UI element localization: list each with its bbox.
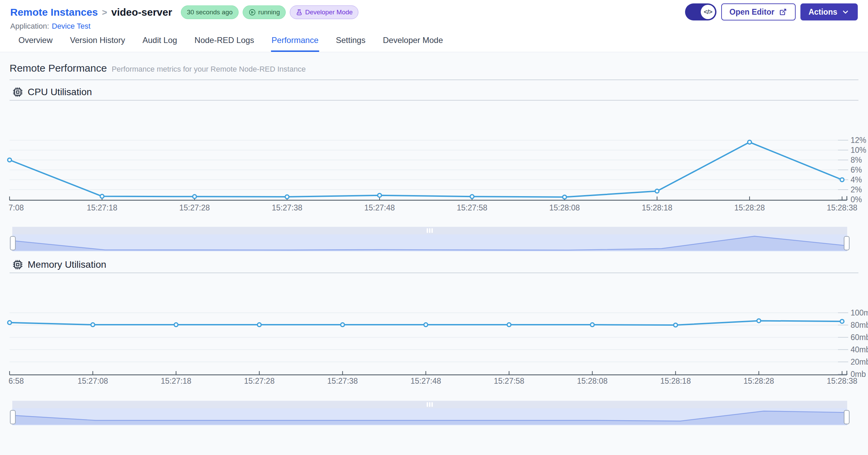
chevron-down-icon <box>841 8 850 16</box>
y-axis-tick-label: 60mb <box>851 333 868 342</box>
brush-grip-icon[interactable] <box>429 402 430 407</box>
data-point-marker <box>470 195 474 199</box>
y-axis-tick-label: 40mb <box>851 345 868 354</box>
data-point-marker <box>285 195 289 199</box>
y-axis-tick-label: 2% <box>851 185 862 194</box>
x-axis-tick-label: 15:27:38 <box>327 377 358 385</box>
y-axis-tick-label: 6% <box>851 165 862 174</box>
x-axis-tick-label: 15:27:58 <box>457 203 487 212</box>
y-axis-tick-label: 8% <box>851 156 862 164</box>
divider <box>10 79 858 80</box>
data-point-marker <box>8 158 12 162</box>
x-axis-tick-label: 6:58 <box>9 377 24 385</box>
data-point-marker <box>257 323 261 327</box>
x-axis-tick-label: 15:27:08 <box>77 377 108 385</box>
memory-chart-brush[interactable] <box>0 401 868 426</box>
page: Remote Instances > video-server 30 secon… <box>0 0 868 455</box>
last-seen-badge-label: 30 seconds ago <box>187 9 232 16</box>
data-point-marker <box>590 323 594 327</box>
brush-grip-icon[interactable] <box>431 228 433 233</box>
brush-grip-icon[interactable] <box>429 228 430 233</box>
line-chart-svg: 0mb20mb40mb60mb80mb100mb6:5815:27:0815:2… <box>0 273 868 389</box>
cpu-section: CPU Utilisation 0%2%4%6%8%10%12%7:0815:2… <box>0 86 868 252</box>
tab-settings[interactable]: Settings <box>335 35 366 52</box>
open-editor-button[interactable]: Open Editor <box>721 3 796 20</box>
y-axis-tick-label: 100mb <box>851 308 868 317</box>
x-axis-tick-label: 15:28:28 <box>734 203 765 212</box>
actions-button[interactable]: Actions <box>800 3 858 20</box>
brush-grip-icon[interactable] <box>431 402 433 407</box>
brush-handle-left[interactable] <box>10 410 15 424</box>
x-axis-tick-label: 15:28:28 <box>743 377 774 385</box>
x-axis-tick-label: 7:08 <box>9 203 24 212</box>
x-axis-tick-label: 15:27:18 <box>87 203 117 212</box>
x-axis-tick-label: 15:27:58 <box>494 377 525 385</box>
x-axis-tick-label: 15:27:48 <box>411 377 441 385</box>
memory-section: Memory Utilisation 0mb20mb40mb60mb80mb10… <box>0 258 868 426</box>
last-seen-badge: 30 seconds ago <box>181 5 238 19</box>
application-label: Application: <box>10 22 49 30</box>
x-axis-tick-label: 15:28:38 <box>827 203 857 212</box>
tab-version-history[interactable]: Version History <box>69 35 126 52</box>
breadcrumb-link-remote-instances[interactable]: Remote Instances <box>10 6 98 18</box>
page-subtitle: Performance metrics for your Remote Node… <box>112 65 306 74</box>
memory-section-title: Memory Utilisation <box>28 259 106 270</box>
x-axis-tick-label: 15:27:28 <box>179 203 210 212</box>
breadcrumb-current: video-server <box>111 6 172 18</box>
x-axis-tick-label: 15:27:18 <box>161 377 191 385</box>
y-axis-tick-label: 10% <box>851 146 866 155</box>
x-axis-tick-label: 15:27:48 <box>364 203 395 212</box>
y-axis-tick-label: 0% <box>851 195 862 204</box>
flask-icon <box>296 9 303 16</box>
header: Remote Instances > video-server 30 secon… <box>0 0 868 33</box>
tab-audit-log[interactable]: Audit Log <box>142 35 177 52</box>
breadcrumb-separator-icon: > <box>102 7 107 18</box>
brush-handle-right[interactable] <box>844 410 849 424</box>
data-point-marker <box>563 195 567 199</box>
data-point-marker <box>748 140 752 144</box>
data-point-marker <box>341 323 344 327</box>
x-axis-tick-label: 15:27:28 <box>244 377 275 385</box>
tab-node-red-logs[interactable]: Node-RED Logs <box>194 35 255 52</box>
brush-grip-icon[interactable] <box>427 228 428 233</box>
data-point-marker <box>424 323 428 327</box>
y-axis-tick-label: 12% <box>851 136 866 145</box>
brush-svg <box>0 401 868 426</box>
play-circle-icon <box>248 9 256 16</box>
data-point-marker <box>174 323 178 327</box>
x-axis-tick-label: 15:27:38 <box>272 203 302 212</box>
developer-mode-toggle[interactable]: </> <box>685 3 716 20</box>
tab-bar: Overview Version History Audit Log Node-… <box>0 33 868 52</box>
y-axis-tick-label: 80mb <box>851 321 868 329</box>
header-actions: </> Open Editor Actions <box>685 3 858 20</box>
memory-chart: 0mb20mb40mb60mb80mb100mb6:5815:27:0815:2… <box>0 273 868 389</box>
application-link[interactable]: Device Test <box>52 22 90 30</box>
code-icon: </> <box>701 5 715 19</box>
cpu-chart-brush[interactable] <box>0 227 868 252</box>
cpu-chart: 0%2%4%6%8%10%12%7:0815:27:1815:27:2815:2… <box>0 101 868 217</box>
badge-group: 30 seconds ago running Developer Mo <box>181 5 358 19</box>
developer-mode-badge: Developer Mode <box>290 5 358 19</box>
data-point-marker <box>674 323 678 327</box>
y-axis-tick-label: 20mb <box>851 357 868 366</box>
content: Remote Performance Performance metrics f… <box>0 52 868 426</box>
x-axis-tick-label: 15:28:18 <box>642 203 672 212</box>
developer-mode-badge-label: Developer Mode <box>305 9 353 16</box>
tab-overview[interactable]: Overview <box>18 35 53 52</box>
brush-handle-right[interactable] <box>844 236 849 250</box>
tab-developer-mode[interactable]: Developer Mode <box>382 35 444 52</box>
tab-performance[interactable]: Performance <box>271 35 319 52</box>
data-point-marker <box>100 194 104 198</box>
brush-svg <box>0 227 868 252</box>
data-point-marker <box>378 193 382 197</box>
data-point-marker <box>840 320 844 323</box>
status-badge-label: running <box>258 9 280 16</box>
data-point-marker <box>193 195 197 199</box>
x-axis-tick-label: 15:28:38 <box>827 377 857 385</box>
data-point-marker <box>757 319 761 323</box>
brush-handle-left[interactable] <box>10 236 15 250</box>
data-point-marker <box>840 178 844 182</box>
brush-grip-icon[interactable] <box>427 402 428 407</box>
application-row: Application:Device Test <box>10 22 858 31</box>
status-badge: running <box>243 5 286 19</box>
